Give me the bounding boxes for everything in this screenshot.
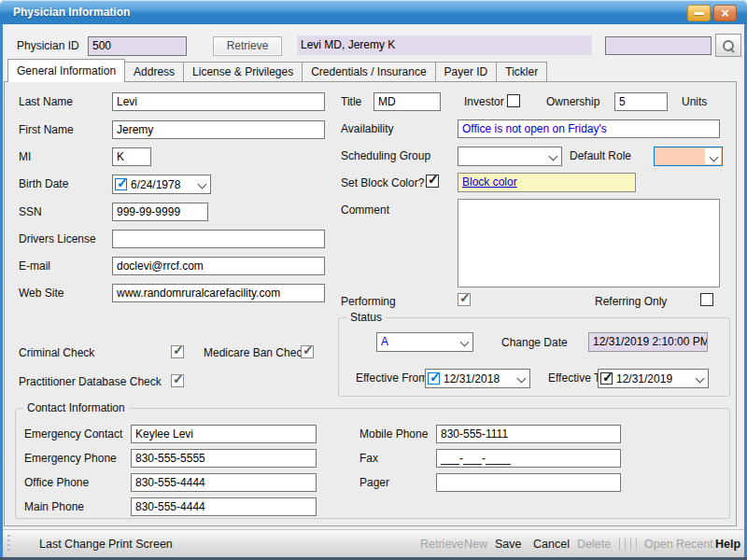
email-input[interactable]: doclevi@rrcf.com (112, 257, 325, 275)
ownership-input[interactable]: 5 (614, 92, 668, 111)
help-button[interactable]: Help (715, 530, 740, 558)
cancel-button[interactable]: Cancel (533, 530, 570, 558)
search-icon (721, 38, 736, 53)
performing-checkbox[interactable] (458, 293, 471, 306)
quick-select-input[interactable] (605, 36, 712, 55)
toolbar-separator (619, 538, 640, 551)
criminal-check-checkbox[interactable] (171, 345, 184, 358)
birth-date-label: Birth Date (19, 175, 68, 193)
availability-label: Availability (341, 119, 393, 138)
effective-from-picker[interactable]: 12/31/2018 (425, 369, 530, 388)
tab-general-information[interactable]: General Information (7, 59, 125, 82)
chevron-down-icon[interactable] (517, 374, 527, 384)
availability-input[interactable]: Office is not open on Friday's (458, 119, 720, 138)
retrieve-button[interactable]: Retrieve (213, 36, 282, 56)
web-site-input[interactable]: www.randomruralcarefacility.com (112, 284, 325, 302)
mi-input[interactable]: K (112, 147, 151, 166)
last-name-input[interactable]: Levi (112, 92, 325, 111)
office-phone-label: Office Phone (24, 473, 89, 492)
chevron-down-icon (710, 153, 719, 162)
set-block-color-checkbox[interactable] (426, 175, 439, 188)
birth-date-value: 6/24/1978 (131, 178, 180, 191)
mi-label: MI (19, 147, 31, 166)
pager-label: Pager (359, 473, 389, 492)
scheduling-group-label: Scheduling Group (341, 147, 430, 165)
birth-date-checkbox[interactable] (115, 178, 127, 190)
save-button[interactable]: Save (495, 530, 522, 558)
bottom-toolbar: Last Change Print Screen Retrieve New Sa… (3, 529, 744, 557)
search-button[interactable] (715, 34, 741, 57)
emergency-contact-label: Emergency Contact (24, 425, 122, 443)
birth-date-picker[interactable]: 6/24/1978 (112, 175, 211, 194)
tab-payer-id[interactable]: Payer ID (435, 62, 498, 82)
titlebar[interactable]: Physician Information × (0, 0, 747, 24)
pager-input[interactable] (436, 473, 621, 492)
close-button[interactable]: × (713, 5, 737, 21)
medicare-ban-check-checkbox[interactable] (301, 345, 314, 358)
units-label: Units (682, 92, 707, 111)
delete-button[interactable]: Delete (577, 530, 611, 558)
tab-license-privileges[interactable]: License & Privileges (183, 62, 303, 82)
mobile-phone-label: Mobile Phone (359, 425, 428, 443)
main-phone-input[interactable]: 830-555-4444 (131, 497, 317, 516)
status-dropdown[interactable]: A (376, 332, 473, 352)
fax-label: Fax (359, 449, 378, 468)
default-role-dropdown[interactable] (654, 147, 723, 166)
main-phone-label: Main Phone (24, 497, 84, 516)
effective-from-checkbox[interactable] (428, 372, 440, 385)
minimize-button[interactable] (687, 5, 711, 21)
emergency-phone-input[interactable]: 830-555-5555 (131, 449, 317, 468)
open-recent-button[interactable]: Open Recent (644, 530, 713, 558)
change-date-label: Change Date (501, 333, 568, 352)
physician-information-window: Physician Information × Physician ID 500… (0, 0, 747, 560)
criminal-check-label: Criminal Check (19, 343, 94, 362)
tab-address[interactable]: Address (124, 62, 184, 82)
chevron-down-icon (460, 338, 470, 347)
chevron-down-icon[interactable] (696, 374, 705, 384)
window-border-left (0, 24, 3, 557)
comment-textarea[interactable] (458, 199, 720, 287)
referring-only-checkbox[interactable] (700, 293, 713, 306)
minimize-icon (694, 12, 704, 15)
status-group-legend: Status (346, 310, 386, 325)
effective-to-checkbox[interactable] (600, 372, 613, 385)
effective-to-value: 12/31/2019 (616, 372, 672, 385)
effective-from-value: 12/31/2018 (444, 372, 500, 385)
web-site-label: Web Site (19, 284, 63, 302)
title-label: Title (341, 92, 361, 111)
tab-tickler[interactable]: Tickler (496, 62, 547, 82)
close-icon: × (721, 6, 728, 21)
performing-label: Performing (341, 292, 396, 311)
office-phone-input[interactable]: 830-555-4444 (131, 473, 317, 492)
drivers-license-input[interactable] (112, 230, 325, 248)
contact-information-legend: Contact Information (23, 400, 129, 415)
investor-label: Investor (464, 92, 504, 111)
print-screen-button[interactable]: Print Screen (108, 530, 173, 558)
chevron-down-icon[interactable] (198, 180, 207, 189)
tab-credentials-insurance[interactable]: Credentials / Insurance (302, 62, 435, 82)
block-color-field: Block color (458, 173, 636, 192)
practitioner-database-check-checkbox[interactable] (171, 374, 184, 387)
retrieve-toolbar-button[interactable]: Retrieve (420, 530, 464, 558)
ssn-input[interactable]: 999-99-9999 (112, 203, 208, 221)
scheduling-group-dropdown[interactable] (458, 147, 562, 166)
first-name-input[interactable]: Jeremy (112, 120, 325, 139)
ssn-label: SSN (19, 203, 42, 221)
new-button[interactable]: New (464, 530, 487, 558)
title-input[interactable]: MD (374, 92, 441, 111)
emergency-contact-input[interactable]: Keylee Levi (131, 425, 317, 443)
default-role-dropdown-button[interactable] (705, 148, 721, 164)
fax-input[interactable]: ___-___-____ (436, 449, 621, 468)
toolbar-grip[interactable] (7, 535, 10, 553)
drivers-license-label: Drivers License (19, 230, 96, 248)
status-value: A (381, 333, 388, 351)
mobile-phone-input[interactable]: 830-555-1111 (436, 425, 621, 443)
effective-to-picker[interactable]: 12/31/2019 (598, 369, 709, 388)
physician-id-label: Physician ID (17, 36, 79, 55)
last-change-button[interactable]: Last Change (39, 530, 106, 558)
physician-id-input[interactable]: 500 (88, 36, 187, 56)
block-color-link[interactable]: Block color (462, 175, 517, 189)
email-label: E-mail (19, 257, 50, 275)
investor-checkbox[interactable] (507, 94, 520, 107)
medicare-ban-check-label: Medicare Ban Check (204, 343, 307, 362)
